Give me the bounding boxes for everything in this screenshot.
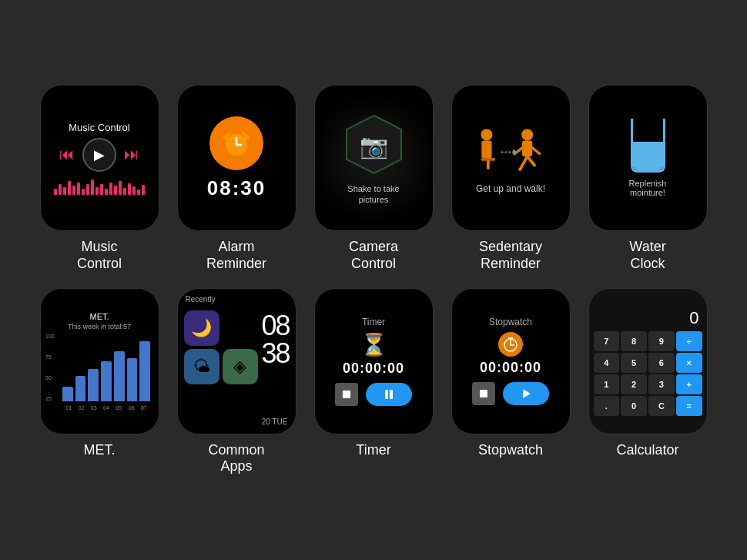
timer-display: 00:00:00	[343, 360, 404, 377]
calc-btn-4[interactable]: 4	[594, 353, 620, 373]
svg-marker-29	[523, 389, 531, 398]
calc-btn-0[interactable]: 0	[621, 396, 647, 416]
watch-camera: 📷 Shake to takepictures	[314, 85, 434, 231]
svg-rect-22	[385, 390, 388, 399]
play-button[interactable]: ▶	[82, 138, 116, 172]
svg-rect-28	[480, 390, 487, 397]
layers-app-icon[interactable]: ◈	[223, 349, 258, 384]
calc-btn-2[interactable]: 2	[621, 374, 647, 394]
calc-btn-5[interactable]: 5	[621, 353, 647, 373]
svg-text:📷: 📷	[360, 132, 389, 160]
watch-calculator: 0 7 8 9 ÷ 4 5 6 × 1 2 3 + . 0 C =	[588, 288, 708, 434]
apps-grid: 🌙 🌤 ◈	[184, 310, 258, 384]
date-display: 20 TUE	[262, 417, 288, 426]
sedentary-svg	[468, 122, 553, 183]
stopwatch-play-button[interactable]	[503, 382, 549, 405]
watch-met: MET. This week in total:57 100 75 50 25	[40, 288, 159, 434]
met-subtitle: This week in total:57	[68, 323, 131, 330]
calc-btn-8[interactable]: 8	[621, 331, 647, 351]
timer-stop-button[interactable]	[335, 383, 358, 406]
app-grid: Music Control ⏮ ▶ ⏭	[22, 69, 725, 490]
water-fill	[633, 142, 663, 170]
calc-btn-add[interactable]: +	[676, 374, 702, 394]
calc-btn-dot[interactable]: .	[594, 396, 620, 416]
stopwatch-stop-button[interactable]	[472, 382, 495, 405]
next-icon[interactable]: ⏭	[124, 146, 139, 163]
moon-app-icon[interactable]: 🌙	[184, 310, 219, 346]
calc-btn-mul[interactable]: ×	[676, 353, 702, 373]
hex-camera-svg: 📷	[341, 112, 407, 177]
sedentary-text: Get up and walk!	[476, 183, 545, 194]
calculator-label: Calculator	[616, 442, 678, 459]
sedentary-label: SedentaryReminder	[479, 239, 542, 272]
calc-display: 0	[592, 307, 704, 331]
svg-rect-27	[508, 337, 513, 340]
cell-met: MET. This week in total:57 100 75 50 25	[38, 288, 161, 475]
svg-point-8	[481, 129, 492, 141]
calc-btn-1[interactable]: 1	[594, 374, 620, 394]
met-title: MET.	[89, 312, 109, 321]
stopwatch-svg	[503, 337, 518, 352]
watch-music: Music Control ⏮ ▶ ⏭	[40, 85, 159, 231]
svg-line-16	[528, 156, 534, 165]
stopwatch-icon	[498, 332, 523, 357]
svg-rect-9	[481, 141, 491, 157]
alarm-clock-svg	[219, 126, 253, 160]
play-icon-sw	[520, 387, 532, 400]
timer-pause-button[interactable]	[366, 383, 412, 406]
calc-btn-3[interactable]: 3	[648, 374, 675, 394]
music-title: Music Control	[69, 122, 129, 133]
watch-common: Recently 🌙 🌤 ◈ 08 38 20 TUE	[177, 288, 296, 434]
timer-label: Timer	[356, 442, 390, 459]
stopwatch-controls	[472, 382, 549, 405]
svg-point-13	[521, 129, 533, 141]
calc-btn-9[interactable]: 9	[648, 331, 675, 351]
music-controls: ⏮ ▶ ⏭	[59, 138, 139, 172]
alarm-label: AlarmReminder	[206, 239, 266, 272]
svg-line-18	[532, 148, 539, 154]
stop-icon	[341, 389, 352, 400]
camera-text: Shake to takepictures	[347, 183, 399, 206]
stop-icon-sw	[478, 388, 489, 399]
watch-water: Replenishmointure!	[588, 85, 708, 231]
cell-common-apps: Recently 🌙 🌤 ◈ 08 38 20 TUE CommonApps	[175, 288, 298, 475]
calc-buttons: 7 8 9 ÷ 4 5 6 × 1 2 3 + . 0 C =	[592, 331, 704, 416]
stopwatch-label: Stopwatch	[478, 442, 543, 459]
calc-btn-eq[interactable]: =	[676, 396, 702, 416]
recently-label: Recently	[186, 295, 216, 303]
stopwatch-display: 00:00:00	[480, 360, 541, 376]
svg-line-15	[520, 156, 527, 169]
cell-stopwatch: Stopwatch 00:00:00	[449, 288, 572, 475]
waveform	[53, 178, 146, 195]
svg-rect-23	[390, 390, 393, 399]
cell-alarm: 08:30 AlarmReminder	[175, 85, 298, 272]
camera-label: CameraControl	[349, 239, 398, 272]
svg-point-4	[223, 135, 228, 139]
cell-camera: 📷 Shake to takepictures CameraControl	[312, 85, 435, 272]
water-label: WaterClock	[629, 239, 665, 272]
calc-btn-6[interactable]: 6	[648, 353, 675, 373]
calc-btn-div[interactable]: ÷	[676, 331, 702, 351]
prev-icon[interactable]: ⏮	[59, 146, 75, 163]
met-label: MET.	[83, 442, 115, 459]
timer-controls	[335, 383, 412, 406]
calc-btn-c[interactable]: C	[648, 396, 675, 416]
water-text: Replenishmointure!	[629, 179, 667, 197]
cell-music-control: Music Control ⏮ ▶ ⏭	[38, 85, 161, 272]
watch-alarm: 08:30	[177, 85, 296, 231]
cell-calculator: 0 7 8 9 ÷ 4 5 6 × 1 2 3 + . 0 C = Calcul…	[586, 288, 709, 475]
water-glass	[631, 119, 665, 173]
pause-icon	[383, 388, 395, 401]
alarm-time: 08:30	[207, 176, 266, 200]
play-icon: ▶	[94, 146, 105, 163]
timer-title: Timer	[362, 317, 385, 327]
watch-timer: Timer ⏳ 00:00:00	[314, 288, 434, 434]
clock-top: 08	[261, 312, 289, 340]
calc-btn-7[interactable]: 7	[594, 331, 620, 351]
cell-sedentary: Get up and walk! SedentaryReminder	[449, 85, 572, 272]
clock-bottom: 38	[261, 340, 289, 367]
cell-water: Replenishmointure! WaterClock	[586, 85, 709, 272]
svg-rect-14	[522, 141, 532, 157]
weather-app-icon[interactable]: 🌤	[184, 349, 219, 384]
svg-rect-10	[481, 156, 491, 159]
